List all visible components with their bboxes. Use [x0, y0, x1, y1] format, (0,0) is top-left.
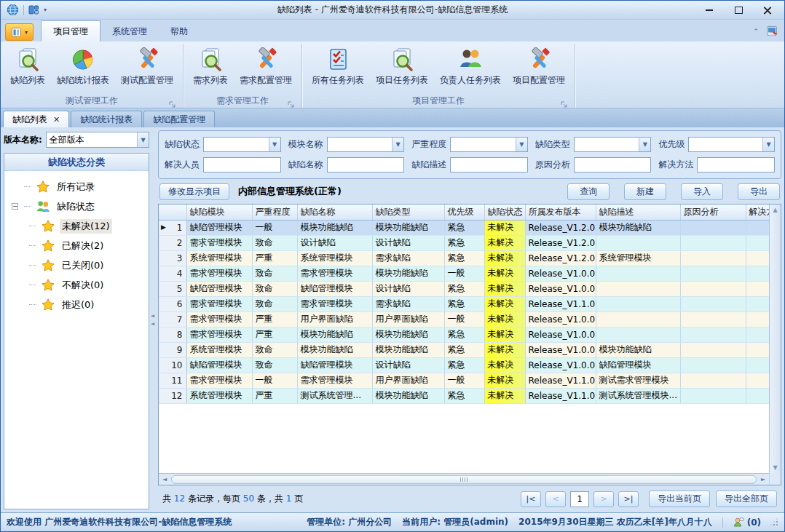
cell-name[interactable]: 系统管理模块: [297, 250, 372, 266]
cell-cause[interactable]: [680, 373, 746, 388]
cell-severity[interactable]: 一般: [252, 373, 297, 388]
filter-dropdown-模块名称[interactable]: ▼: [327, 137, 405, 152]
filter-input-原因分析[interactable]: [574, 157, 652, 172]
cell-solution[interactable]: [746, 373, 769, 388]
cell-module[interactable]: 需求管理模块: [186, 266, 252, 281]
last-page-button[interactable]: >|: [618, 491, 639, 507]
cell-cause[interactable]: [680, 311, 746, 327]
cell-solution[interactable]: [746, 296, 769, 311]
cell-solution[interactable]: [746, 342, 769, 357]
filter-dropdown-缺陷类型[interactable]: ▼: [574, 137, 652, 152]
doc-tab-缺陷配置管理[interactable]: 缺陷配置管理: [143, 111, 215, 127]
cell-solution[interactable]: [746, 266, 769, 281]
cell-solution[interactable]: [746, 357, 769, 373]
column-header-cause[interactable]: 原因分析: [680, 205, 746, 220]
chevron-down-icon[interactable]: ▼: [137, 132, 149, 147]
modify-columns-button[interactable]: 修改显示项目: [159, 183, 229, 200]
cell-status[interactable]: 未解决: [484, 373, 525, 388]
tree-item[interactable]: 未解决(12): [12, 216, 147, 236]
filter-input-缺陷名称[interactable]: [327, 157, 405, 172]
cell-type[interactable]: 设计缺陷: [372, 235, 444, 250]
cell-severity[interactable]: 严重: [252, 250, 297, 266]
cell-module[interactable]: 系统管理模块: [186, 342, 252, 357]
ribbon-button[interactable]: 需求配置管理: [236, 44, 296, 87]
cell-severity[interactable]: 严重: [252, 388, 297, 403]
application-menu-button[interactable]: ▾: [5, 23, 33, 41]
toolbar-button-新建[interactable]: 新建: [624, 183, 666, 200]
cell-priority[interactable]: 一般: [444, 266, 484, 281]
cell-severity[interactable]: 致命: [252, 357, 297, 373]
cell-type[interactable]: 用户界面缺陷: [372, 373, 444, 388]
cell-solution[interactable]: [746, 388, 769, 403]
filter-dropdown-优先级[interactable]: ▼: [688, 137, 775, 152]
column-header-version[interactable]: 所属发布版本: [525, 205, 596, 220]
ribbon-tab-系统管理[interactable]: 系统管理: [100, 21, 159, 41]
cell-solution[interactable]: [746, 327, 769, 342]
prev-page-button[interactable]: <: [545, 491, 566, 507]
cell-cause[interactable]: [680, 296, 746, 311]
close-button[interactable]: [757, 4, 778, 17]
resize-grip[interactable]: [771, 519, 778, 526]
cell-severity[interactable]: 一般: [252, 220, 297, 235]
cell-desc[interactable]: 测试需求管理模块: [596, 373, 680, 388]
table-row[interactable]: 12系统管理模块严重测试系统管理...模块功能缺陷紧急未解决Release_V1…: [159, 388, 769, 403]
tree-item[interactable]: 不解决(0): [12, 275, 147, 295]
cell-version[interactable]: Release_V1.0.0: [525, 342, 596, 357]
row-number-cell[interactable]: ▶1: [159, 220, 186, 235]
cell-status[interactable]: 未解决: [484, 327, 525, 342]
cell-priority[interactable]: 紧急: [444, 296, 484, 311]
ribbon-button[interactable]: 需求列表: [189, 44, 232, 87]
cell-priority[interactable]: 一般: [444, 311, 484, 327]
cell-desc[interactable]: [596, 327, 680, 342]
collapse-expander-icon[interactable]: −: [12, 203, 18, 210]
messenger-user-icon[interactable]: [733, 517, 744, 528]
row-number-cell[interactable]: 2: [159, 235, 186, 250]
cell-type[interactable]: 用户界面缺陷: [372, 311, 444, 327]
cell-status[interactable]: 未解决: [484, 235, 525, 250]
cell-name[interactable]: 设计缺陷: [297, 235, 372, 250]
cell-status[interactable]: 未解决: [484, 388, 525, 403]
cell-name[interactable]: 用户界面缺陷: [297, 311, 372, 327]
table-row[interactable]: 9系统管理模块致命模块功能缺陷模块功能缺陷紧急未解决Release_V1.0.0…: [159, 342, 769, 357]
cell-version[interactable]: Release_V1.1.0: [525, 296, 596, 311]
quick-access-caret-icon[interactable]: ▾: [44, 7, 47, 13]
cell-type[interactable]: 设计缺陷: [372, 357, 444, 373]
row-number-cell[interactable]: 3: [159, 250, 186, 266]
table-row[interactable]: 2需求管理模块致命设计缺陷设计缺陷紧急未解决Release_V1.2.0: [159, 235, 769, 250]
cell-cause[interactable]: [680, 327, 746, 342]
column-header-name[interactable]: 缺陷名称: [297, 205, 372, 220]
cell-priority[interactable]: 紧急: [444, 357, 484, 373]
dialog-launcher-icon[interactable]: [561, 98, 568, 105]
cell-solution[interactable]: [746, 250, 769, 266]
dialog-launcher-icon[interactable]: [169, 98, 176, 105]
filter-input-缺陷描述[interactable]: [450, 157, 528, 172]
cell-version[interactable]: Release_V1.2.0: [525, 235, 596, 250]
cell-desc[interactable]: [596, 235, 680, 250]
chevron-down-icon[interactable]: ▼: [269, 138, 280, 151]
ribbon-collapse-icon[interactable]: ⌃: [753, 28, 759, 35]
column-header-solution[interactable]: 解决方法: [746, 205, 769, 220]
ribbon-button[interactable]: 缺陷列表: [7, 44, 49, 87]
cell-version[interactable]: Release_V1.1.0: [525, 388, 596, 403]
cell-priority[interactable]: 紧急: [444, 220, 484, 235]
column-header-module[interactable]: 缺陷模块: [186, 205, 252, 220]
scroll-up-icon[interactable]: ▲: [773, 207, 777, 213]
doc-tab-缺陷列表[interactable]: 缺陷列表✕: [3, 111, 69, 127]
cell-module[interactable]: 系统管理模块: [186, 388, 252, 403]
chevron-down-icon[interactable]: ▼: [392, 138, 403, 151]
table-row[interactable]: ▶1缺陷管理模块一般模块功能缺陷模块功能缺陷紧急未解决Release_V1.2.…: [159, 220, 769, 235]
ribbon-button[interactable]: 缺陷统计报表: [53, 44, 113, 87]
cell-severity[interactable]: 致命: [252, 342, 297, 357]
cell-severity[interactable]: 严重: [252, 327, 297, 342]
export-current-page-button[interactable]: 导出当前页: [649, 491, 710, 507]
toolbar-button-查询[interactable]: 查询: [567, 183, 610, 200]
toolbar-button-导入[interactable]: 导入: [681, 183, 723, 200]
quick-access-layout-icon[interactable]: [28, 4, 39, 15]
cell-version[interactable]: Release_V1.2.0: [525, 250, 596, 266]
cell-type[interactable]: 需求缺陷: [372, 296, 444, 311]
tree-item[interactable]: −缺陷状态: [12, 196, 147, 216]
row-number-cell[interactable]: 5: [159, 281, 186, 296]
cell-cause[interactable]: [680, 357, 746, 373]
cell-module[interactable]: 需求管理模块: [186, 235, 252, 250]
mail-feedback-icon[interactable]: [766, 25, 778, 37]
